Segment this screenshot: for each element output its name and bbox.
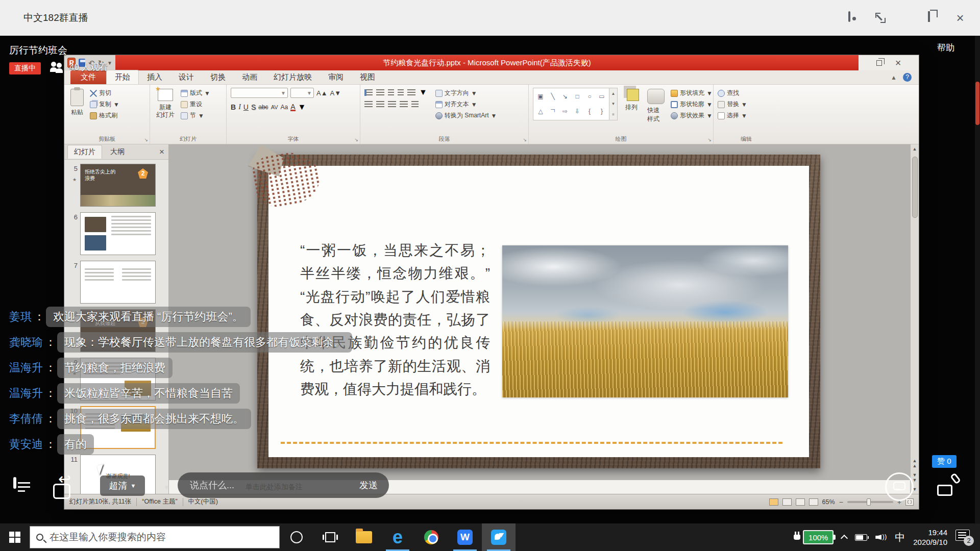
notification-center-button[interactable]: 2 xyxy=(955,530,973,545)
cut-button[interactable]: 剪切 xyxy=(90,89,119,97)
stream-scrollbar[interactable] xyxy=(975,36,980,523)
shrink-font-icon[interactable]: A▼ xyxy=(330,89,341,97)
tab-slideshow[interactable]: 幻灯片放映 xyxy=(265,70,320,84)
stream-app-button[interactable] xyxy=(482,523,516,551)
taskbar-clock[interactable]: 19:44 2020/9/10 xyxy=(913,528,947,547)
task-view-button[interactable] xyxy=(313,523,347,551)
paragraph-dialog-launcher-icon[interactable]: ↘ xyxy=(523,137,527,142)
drawing-dialog-launcher-icon[interactable]: ↘ xyxy=(707,137,712,142)
quality-selector[interactable]: 超清 ▼ xyxy=(100,475,145,496)
zoom-out-icon[interactable]: − xyxy=(839,498,843,506)
message-circle-button[interactable] xyxy=(885,472,914,501)
slideshow-view-icon[interactable] xyxy=(809,498,818,506)
bullets-icon[interactable] xyxy=(364,89,373,96)
decrease-indent-icon[interactable] xyxy=(388,89,394,96)
tab-design[interactable]: 设计 xyxy=(170,70,202,84)
tab-review[interactable]: 审阅 xyxy=(320,70,352,84)
smartart-button[interactable]: 转换为 SmartArt▼ xyxy=(435,111,497,120)
collapse-chevron-icon[interactable]: ▼ xyxy=(163,484,170,491)
panel-close-icon[interactable]: × xyxy=(159,147,164,157)
volume-icon[interactable] xyxy=(875,533,887,542)
shape-outline-button[interactable]: 形状轮廓▼ xyxy=(671,100,713,109)
align-right-icon[interactable] xyxy=(388,101,396,108)
font-size-select[interactable]: ▼ xyxy=(290,88,314,98)
chat-panel-toggle-button[interactable] xyxy=(13,479,38,502)
layout-button[interactable]: 版式▼ xyxy=(181,89,210,97)
ppt-close-button[interactable]: × xyxy=(895,59,901,67)
bold-button[interactable]: B xyxy=(231,103,236,111)
ppt-help-icon[interactable]: ? xyxy=(903,73,912,82)
quick-styles-button[interactable]: 快速样式 xyxy=(645,88,667,143)
justify-icon[interactable] xyxy=(400,101,408,108)
copy-button[interactable]: 复制▼ xyxy=(90,100,119,109)
fit-to-window-icon[interactable] xyxy=(905,498,914,506)
restore-button[interactable] xyxy=(928,12,939,23)
clipboard-dialog-launcher-icon[interactable]: ↘ xyxy=(144,137,148,142)
format-painter-button[interactable]: 格式刷 xyxy=(90,111,119,120)
underline-button[interactable]: U xyxy=(243,103,249,111)
align-text-button[interactable]: 对齐文本▼ xyxy=(435,100,497,109)
align-center-icon[interactable] xyxy=(376,101,384,108)
tab-view[interactable]: 视图 xyxy=(352,70,383,84)
tab-transitions[interactable]: 切换 xyxy=(202,70,234,84)
change-case-button[interactable]: Aa xyxy=(280,104,288,111)
select-button[interactable]: 选择▼ xyxy=(718,111,776,120)
chrome-button[interactable] xyxy=(414,523,448,551)
battery-icon[interactable] xyxy=(855,534,867,541)
increase-indent-icon[interactable] xyxy=(398,89,404,96)
minimize-ribbon-icon[interactable]: ▲ xyxy=(891,74,897,81)
new-slide-button[interactable]: 新建 幻灯片 xyxy=(154,88,177,143)
taskbar-search[interactable] xyxy=(30,526,280,548)
shape-fill-button[interactable]: 形状填充▼ xyxy=(671,89,713,97)
shapes-gallery[interactable]: ▣╲↘□○▭ △ㄱ⇨⇩{} xyxy=(533,88,609,120)
section-button[interactable]: 节▼ xyxy=(181,111,210,120)
start-button[interactable] xyxy=(0,523,30,551)
share-button[interactable]: ↩ xyxy=(51,475,78,502)
vertical-scrollbar[interactable]: ▲ ▲▲ ▼▼ ▼ xyxy=(910,144,919,494)
shape-effects-button[interactable]: 形状效果▼ xyxy=(671,111,713,120)
line-spacing-icon[interactable] xyxy=(407,89,415,96)
font-color-button[interactable]: A xyxy=(290,104,295,111)
replace-button[interactable]: 替换▼ xyxy=(718,100,776,109)
fullscreen-icon[interactable] xyxy=(875,12,886,23)
reset-button[interactable]: 重设 xyxy=(181,100,210,109)
grow-font-icon[interactable]: A▲ xyxy=(316,89,328,97)
normal-view-icon[interactable] xyxy=(769,498,778,506)
screenshare-icon[interactable] xyxy=(848,12,860,23)
tab-home[interactable]: 开始 xyxy=(106,70,139,84)
like-button[interactable] xyxy=(936,472,962,498)
slide-thumbnail-5[interactable]: 拒绝舌尖上的浪费 2 xyxy=(80,164,156,207)
chat-input[interactable] xyxy=(189,480,354,491)
slide-thumbnail-7[interactable] xyxy=(80,261,156,304)
shapes-scroll[interactable]: ▲▼≡ xyxy=(609,88,618,120)
font-family-select[interactable]: ▼ xyxy=(231,88,288,98)
ppt-restore-button[interactable] xyxy=(876,60,882,66)
wps-button[interactable]: W xyxy=(448,523,482,551)
paste-button[interactable]: 粘贴 xyxy=(68,88,86,143)
zoom-slider[interactable] xyxy=(847,501,893,503)
send-button[interactable]: 发送 xyxy=(359,479,378,491)
panel-tab-slides[interactable]: 幻灯片 xyxy=(67,145,102,159)
slide-sorter-view-icon[interactable] xyxy=(782,498,792,506)
hidden-icons-chevron[interactable] xyxy=(841,535,848,542)
numbering-icon[interactable] xyxy=(376,89,384,96)
font-dialog-launcher-icon[interactable]: ↘ xyxy=(354,137,358,142)
find-button[interactable]: 查找 xyxy=(718,89,776,97)
qat-dropdown-icon[interactable]: ▼ xyxy=(107,60,112,66)
search-input[interactable] xyxy=(48,531,273,543)
close-button[interactable]: × xyxy=(954,12,966,23)
text-direction-button[interactable]: 文字方向▼ xyxy=(435,89,497,97)
columns-icon[interactable] xyxy=(411,101,419,108)
scrollbar-handle[interactable] xyxy=(912,157,918,218)
tab-insert[interactable]: 插入 xyxy=(139,70,170,84)
power-status[interactable]: 100% xyxy=(794,530,834,544)
strikethrough-button[interactable]: abc xyxy=(258,104,268,111)
text-shadow-button[interactable]: S xyxy=(251,103,256,111)
panel-tab-outline[interactable]: 大纲 xyxy=(104,145,131,159)
edge-button[interactable]: e xyxy=(381,523,414,551)
cortana-button[interactable] xyxy=(280,523,313,551)
align-left-icon[interactable] xyxy=(364,101,373,108)
reading-view-icon[interactable] xyxy=(796,498,805,506)
scroll-up-icon[interactable]: ▲ xyxy=(913,144,917,154)
ime-indicator[interactable]: 中 xyxy=(895,531,905,544)
